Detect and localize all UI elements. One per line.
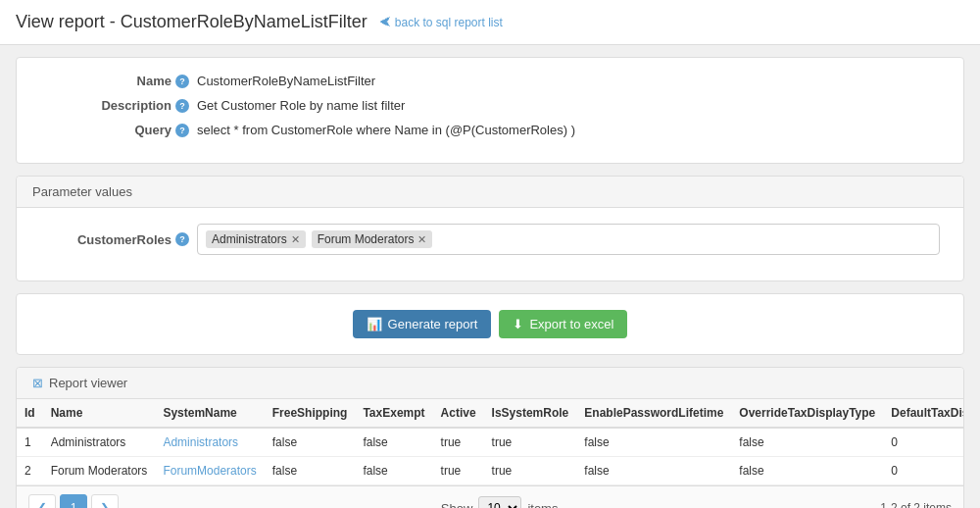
table-row: 2Forum ModeratorsForumModeratorsfalsefal… [17, 457, 963, 485]
report-table: Id Name SystemName FreeShipping TaxExemp… [17, 399, 963, 485]
pagination-bar: ❮ 1 ❯ Show 10 25 50 items 1-2 of 2 items [17, 485, 963, 508]
query-help-icon[interactable]: ? [175, 124, 189, 137]
tag-administrators-remove[interactable]: ✕ [291, 233, 300, 246]
report-section-title: Report viewer [49, 376, 127, 390]
table-cell: false [731, 457, 883, 485]
table-cell: 2 [17, 457, 43, 485]
show-bar: Show 10 25 50 items [441, 496, 559, 508]
name-value: CustomerRoleByNameListFilter [197, 74, 940, 88]
generate-report-button[interactable]: 📊 Generate report [353, 310, 492, 338]
back-link[interactable]: ⮜ back to sql report list [379, 16, 503, 29]
query-row: Query ? select * from CustomerRole where… [40, 123, 940, 137]
pagination: ❮ 1 ❯ [28, 494, 119, 508]
tag-forum-moderators: Forum Moderators ✕ [312, 230, 433, 248]
col-tax-exempt: TaxExempt [355, 399, 432, 428]
description-value: Get Customer Role by name list filter [197, 98, 940, 113]
table-cell: Forum Moderators [43, 457, 156, 485]
next-page-button[interactable]: ❯ [91, 494, 119, 508]
table-cell: 0 [883, 428, 963, 457]
export-excel-button[interactable]: ⬇ Export to excel [499, 310, 627, 338]
report-card: ⊠ Report viewer Id Name SystemName FreeS… [16, 367, 964, 508]
customer-roles-help-icon[interactable]: ? [175, 232, 189, 246]
total-count: 1-2 of 2 items [880, 501, 952, 508]
table-cell: Administrators [43, 428, 156, 457]
table-cell: 1 [17, 428, 43, 457]
items-per-page-select[interactable]: 10 25 50 [478, 496, 521, 508]
table-cell: false [355, 428, 432, 457]
description-help-icon[interactable]: ? [175, 99, 189, 113]
name-row: Name ? CustomerRoleByNameListFilter [40, 74, 940, 88]
table-cell: ForumModerators [155, 457, 264, 485]
col-name: Name [43, 399, 156, 428]
customer-roles-row: CustomerRoles ? Administrators ✕ Forum M… [40, 224, 940, 255]
query-value: select * from CustomerRole where Name in… [197, 123, 940, 137]
col-enable-password: EnablePasswordLifetime [576, 399, 731, 428]
table-cell: true [433, 457, 484, 485]
table-cell: 0 [883, 457, 963, 485]
table-row: 1AdministratorsAdministratorsfalsefalset… [17, 428, 963, 457]
table-cell: false [265, 457, 356, 485]
col-default-tax: DefaultTaxDisplayTypeId [883, 399, 963, 428]
report-table-wrapper: Id Name SystemName FreeShipping TaxExemp… [17, 399, 963, 485]
col-is-system-role: IsSystemRole [484, 399, 577, 428]
actions-card: 📊 Generate report ⬇ Export to excel [16, 293, 964, 355]
table-cell: false [265, 428, 356, 457]
col-system-name: SystemName [155, 399, 264, 428]
col-free-shipping: FreeShipping [265, 399, 356, 428]
table-cell: true [484, 457, 577, 485]
circle-arrow-icon: ⮜ [379, 16, 391, 29]
items-label: items [527, 501, 558, 509]
col-active: Active [433, 399, 484, 428]
table-cell: true [433, 428, 484, 457]
page-1-button[interactable]: 1 [60, 494, 87, 508]
tags-input[interactable]: Administrators ✕ Forum Moderators ✕ [197, 224, 940, 255]
page-title: View report - CustomerRoleByNameListFilt… [16, 12, 368, 32]
table-cell: false [576, 457, 731, 485]
table-header-row: Id Name SystemName FreeShipping TaxExemp… [17, 399, 963, 428]
name-help-icon[interactable]: ? [175, 75, 189, 88]
page-header: View report - CustomerRoleByNameListFilt… [0, 0, 980, 45]
show-label: Show [441, 501, 473, 509]
table-cell: false [355, 457, 432, 485]
chart-icon: 📊 [367, 317, 382, 331]
prev-page-button[interactable]: ❮ [28, 494, 56, 508]
table-cell: false [576, 428, 731, 457]
col-override-tax: OverrideTaxDisplayType [731, 399, 883, 428]
params-card: Parameter values CustomerRoles ? Adminis… [16, 176, 964, 281]
tag-forum-moderators-remove[interactable]: ✕ [417, 233, 426, 246]
description-row: Description ? Get Customer Role by name … [40, 98, 940, 113]
table-icon: ⊠ [32, 376, 43, 390]
table-cell: false [731, 428, 883, 457]
params-section-title: Parameter values [32, 184, 132, 199]
table-cell: true [484, 428, 577, 457]
download-icon: ⬇ [513, 317, 523, 331]
info-card: Name ? CustomerRoleByNameListFilter Desc… [16, 57, 964, 164]
col-id: Id [17, 399, 43, 428]
table-cell: Administrators [155, 428, 264, 457]
tag-administrators: Administrators ✕ [206, 230, 306, 248]
